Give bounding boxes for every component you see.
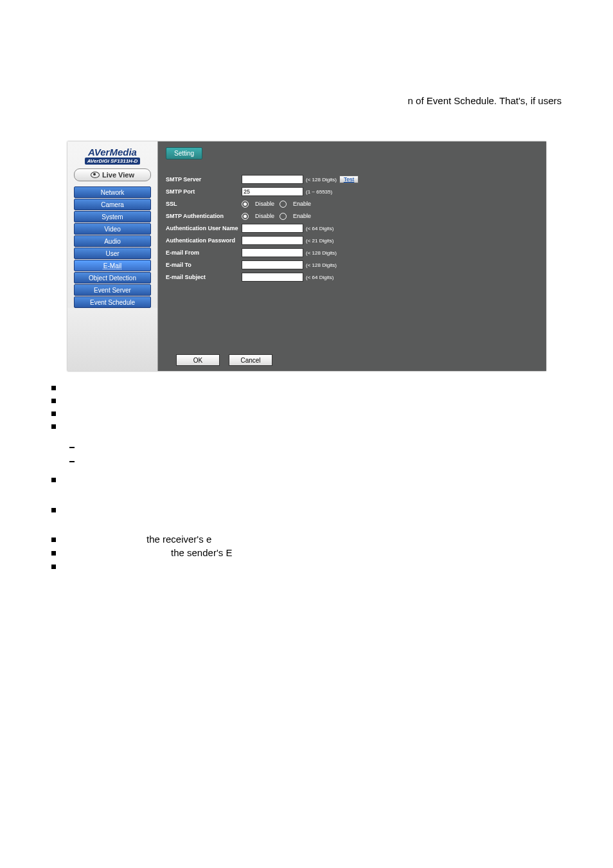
- auth-disable-text: Disable: [255, 213, 274, 219]
- brand-model: AVerDiGi SF1311H-D: [85, 158, 141, 165]
- tab-setting[interactable]: Setting: [166, 147, 202, 159]
- page-fragment-text: n of Event Schedule. That's, if users: [408, 95, 562, 106]
- auth-enable-text: Enable: [293, 213, 311, 219]
- auth-user-hint: (< 64 Digits): [306, 226, 333, 231]
- auth-pass-label: Authentication Password: [166, 237, 242, 244]
- sidebar-item-email[interactable]: E-Mail: [74, 260, 151, 271]
- auth-pass-hint: (< 21 Digits): [306, 238, 333, 244]
- auth-enable-radio[interactable]: [280, 213, 287, 220]
- auth-pass-input[interactable]: [242, 236, 303, 245]
- sidebar-item-network[interactable]: Network: [74, 186, 151, 198]
- sidebar: AVerMedia AVerDiGi SF1311H-D Live View N…: [67, 141, 158, 371]
- smtp-test-button[interactable]: Test: [339, 176, 359, 183]
- email-from-hint: (< 128 Digits): [306, 250, 337, 256]
- email-settings-form: SMTP Server (< 128 Digits) Test SMTP Por…: [166, 174, 538, 283]
- ssl-disable-text: Disable: [255, 201, 274, 207]
- email-from-label: E-mail From: [166, 249, 242, 256]
- smtp-port-input[interactable]: [242, 187, 303, 196]
- sidebar-item-audio[interactable]: Audio: [74, 235, 151, 247]
- auth-user-label: Authentication User Name: [166, 225, 242, 231]
- email-subject-hint: (< 64 Digits): [306, 275, 333, 280]
- settings-window: AVerMedia AVerDiGi SF1311H-D Live View N…: [67, 141, 546, 371]
- sidebar-item-camera[interactable]: Camera: [74, 199, 151, 210]
- email-from-input[interactable]: [242, 248, 303, 257]
- text-fragment-sender: the sender's E: [171, 547, 232, 558]
- nav: Network Camera System Video Audio User E…: [74, 186, 151, 308]
- ssl-enable-radio[interactable]: [280, 201, 287, 208]
- email-to-hint: (< 128 Digits): [306, 262, 337, 268]
- smtp-server-input[interactable]: [242, 175, 303, 184]
- ok-button[interactable]: OK: [176, 354, 220, 366]
- main-panel: Setting SMTP Server (< 128 Digits) Test …: [158, 141, 546, 371]
- auth-disable-radio[interactable]: [242, 213, 249, 220]
- email-to-label: E-mail To: [166, 262, 242, 268]
- email-subject-label: E-mail Subject: [166, 274, 242, 280]
- cancel-button[interactable]: Cancel: [229, 354, 272, 366]
- smtp-server-hint: (< 128 Digits): [306, 177, 337, 183]
- email-subject-input[interactable]: [242, 273, 303, 282]
- sidebar-item-object-detection[interactable]: Object Detection: [74, 272, 151, 284]
- smtp-auth-label: SMTP Authentication: [166, 213, 242, 219]
- email-to-input[interactable]: [242, 260, 303, 269]
- brand-logo: AVerMedia: [88, 147, 137, 158]
- smtp-port-label: SMTP Port: [166, 188, 242, 195]
- sidebar-item-user[interactable]: User: [74, 248, 151, 259]
- ssl-label: SSL: [166, 201, 242, 207]
- ssl-enable-text: Enable: [293, 201, 311, 207]
- ssl-disable-radio[interactable]: [242, 201, 249, 208]
- text-fragment-receiver: the receiver's e: [147, 534, 211, 545]
- eye-icon: [91, 172, 100, 178]
- sidebar-item-event-server[interactable]: Event Server: [74, 284, 151, 296]
- live-view-label: Live View: [102, 171, 134, 179]
- auth-user-input[interactable]: [242, 224, 303, 233]
- sidebar-item-system[interactable]: System: [74, 211, 151, 222]
- live-view-button[interactable]: Live View: [74, 168, 151, 181]
- smtp-port-hint: (1 ~ 65535): [306, 189, 332, 195]
- sidebar-item-event-schedule[interactable]: Event Schedule: [74, 296, 151, 308]
- smtp-server-label: SMTP Server: [166, 176, 242, 183]
- sidebar-item-video[interactable]: Video: [74, 223, 151, 235]
